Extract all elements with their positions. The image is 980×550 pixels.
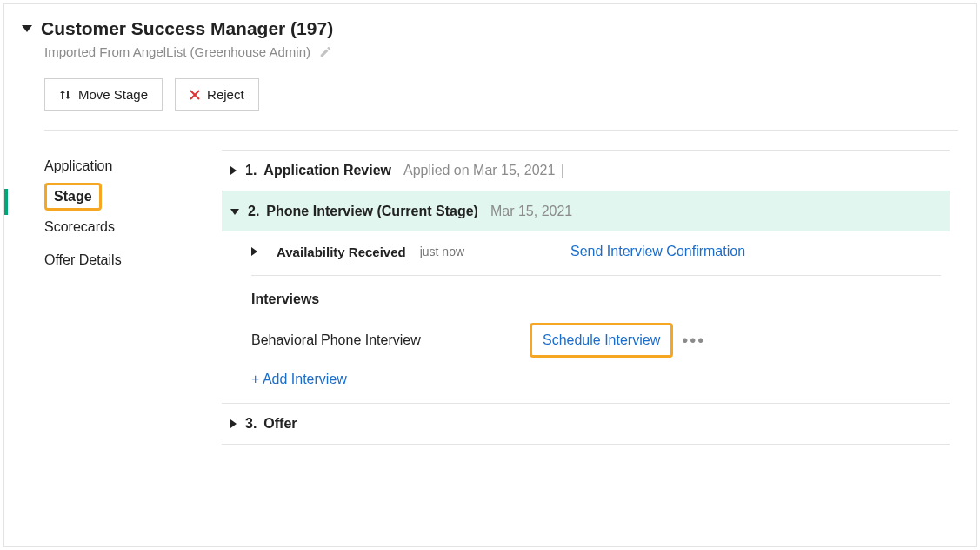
availability-label: Availability xyxy=(277,245,345,259)
more-options-icon[interactable]: ••• xyxy=(682,331,705,351)
interview-name: Behavioral Phone Interview xyxy=(251,332,530,348)
stage-number: 3. xyxy=(245,416,257,432)
highlight-stage-nav: Stage xyxy=(44,183,102,211)
stage-row-application-review[interactable]: 1. Application Review Applied on Mar 15,… xyxy=(222,150,950,191)
availability-status[interactable]: Received xyxy=(349,245,406,259)
stage-number: 1. xyxy=(245,163,257,178)
move-stage-button[interactable]: Move Stage xyxy=(44,78,163,111)
interviews-heading: Interviews xyxy=(251,292,941,307)
stage-content: 1. Application Review Applied on Mar 15,… xyxy=(222,150,958,445)
interview-row: Behavioral Phone Interview Schedule Inte… xyxy=(251,323,941,358)
nav-application[interactable]: Application xyxy=(44,150,204,183)
stage-number: 2. xyxy=(248,204,259,219)
collapse-toggle-icon[interactable] xyxy=(22,25,32,32)
add-interview-link[interactable]: + Add Interview xyxy=(251,372,941,387)
active-nav-indicator xyxy=(4,189,8,215)
stage-name: Offer xyxy=(263,416,297,432)
stage-name: Application Review xyxy=(263,163,391,178)
expand-icon[interactable] xyxy=(251,247,257,256)
stage-meta: Applied on Mar 15, 2021 xyxy=(403,163,555,178)
stage-name: Phone Interview (Current Stage) xyxy=(266,204,478,219)
nav-stage[interactable]: Stage xyxy=(54,189,92,204)
job-title: Customer Success Manager (197) xyxy=(41,18,333,39)
schedule-interview-link[interactable]: Schedule Interview xyxy=(543,332,660,347)
stage-row-offer[interactable]: 3. Offer xyxy=(222,403,950,445)
stage-detail: Availability Received just now Send Inte… xyxy=(222,231,950,403)
stage-row-phone-interview[interactable]: 2. Phone Interview (Current Stage) Mar 1… xyxy=(222,191,950,231)
reject-button[interactable]: Reject xyxy=(175,78,259,111)
side-nav: Application Stage Scorecards Offer Detai… xyxy=(22,150,222,445)
move-stage-icon xyxy=(59,88,71,102)
highlight-schedule: Schedule Interview xyxy=(530,323,673,358)
collapse-icon xyxy=(230,209,239,215)
reject-icon xyxy=(190,90,200,100)
expand-icon xyxy=(230,166,237,175)
nav-offer-details[interactable]: Offer Details xyxy=(44,244,204,277)
stage-meta: Mar 15, 2021 xyxy=(490,204,572,219)
divider xyxy=(562,164,563,178)
nav-scorecards[interactable]: Scorecards xyxy=(44,211,204,244)
send-confirmation-link[interactable]: Send Interview Confirmation xyxy=(570,244,745,259)
reject-label: Reject xyxy=(207,87,244,102)
move-stage-label: Move Stage xyxy=(78,87,148,102)
source-text: Imported From AngelList (Greenhouse Admi… xyxy=(44,44,310,59)
edit-icon[interactable] xyxy=(319,46,331,58)
availability-time: just now xyxy=(420,245,464,258)
expand-icon xyxy=(230,419,237,428)
